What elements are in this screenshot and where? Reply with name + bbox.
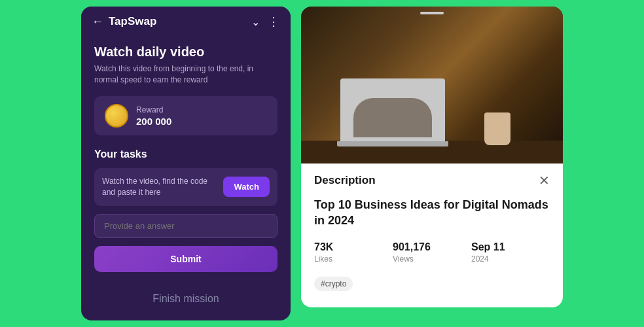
laptop-keyboard xyxy=(337,141,448,146)
header-left: ← TapSwap xyxy=(92,15,156,29)
date-label: 2024 xyxy=(471,254,550,264)
stat-date: Sep 11 2024 xyxy=(471,241,550,264)
page-subtitle: Watch this video from beginning to the e… xyxy=(94,63,277,86)
reward-card: Reward 200 000 xyxy=(94,96,277,135)
views-label: Views xyxy=(393,254,471,264)
likes-label: Likes xyxy=(314,254,393,264)
watch-button[interactable]: Watch xyxy=(223,177,270,197)
more-options-icon[interactable]: ⋮ xyxy=(268,14,280,29)
finish-mission-button[interactable]: Finish mission xyxy=(81,288,291,310)
coffee-mug xyxy=(484,112,510,145)
coin-icon xyxy=(105,104,128,128)
stat-likes: 73K Likes xyxy=(314,241,393,264)
description-panel: Description ✕ Top 10 Business Ideas for … xyxy=(301,164,563,307)
back-button[interactable]: ← xyxy=(92,15,103,29)
video-background xyxy=(301,7,563,164)
tapswap-panel: ← TapSwap ⌄ ⋮ Watch daily video Watch th… xyxy=(81,7,291,320)
video-title: Top 10 Business Ideas for Digital Nomads… xyxy=(314,198,550,228)
crypto-tag[interactable]: #crypto xyxy=(314,277,353,291)
description-title: Description xyxy=(314,174,376,187)
views-value: 901,176 xyxy=(393,241,471,253)
header-right: ⌄ ⋮ xyxy=(251,14,280,29)
drag-indicator xyxy=(420,12,444,14)
chevron-down-icon[interactable]: ⌄ xyxy=(251,16,260,28)
date-value: Sep 11 xyxy=(471,241,550,253)
likes-value: 73K xyxy=(314,241,393,253)
hands-silhouette xyxy=(353,98,432,137)
main-container: ← TapSwap ⌄ ⋮ Watch daily video Watch th… xyxy=(71,0,573,327)
answer-input[interactable] xyxy=(94,214,277,238)
submit-button[interactable]: Submit xyxy=(94,246,277,272)
app-title: TapSwap xyxy=(109,15,156,28)
page-title: Watch daily video xyxy=(94,44,277,60)
stats-row: 73K Likes 901,176 Views Sep 11 2024 xyxy=(314,241,550,264)
app-content: Watch daily video Watch this video from … xyxy=(81,37,291,287)
reward-value: 200 000 xyxy=(136,116,171,127)
task-description: Watch the video, find the code and paste… xyxy=(102,176,215,198)
stat-views: 901,176 Views xyxy=(393,241,471,264)
close-button[interactable]: ✕ xyxy=(539,174,550,187)
description-header: Description ✕ xyxy=(314,174,550,187)
reward-label: Reward xyxy=(136,105,171,114)
video-thumbnail xyxy=(301,7,563,164)
tasks-title: Your tasks xyxy=(94,148,277,160)
video-panel: Description ✕ Top 10 Business Ideas for … xyxy=(301,7,563,307)
task-card: Watch the video, find the code and paste… xyxy=(94,168,277,206)
app-header: ← TapSwap ⌄ ⋮ xyxy=(81,7,291,37)
reward-info: Reward 200 000 xyxy=(136,105,171,127)
